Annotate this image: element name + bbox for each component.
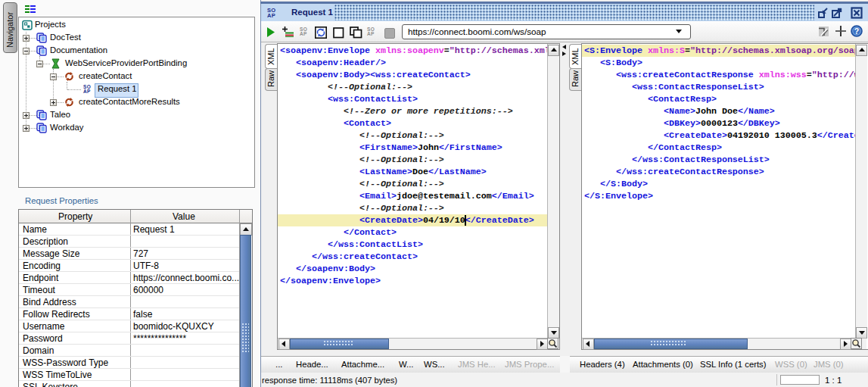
svg-text:?: ?: [854, 27, 859, 36]
